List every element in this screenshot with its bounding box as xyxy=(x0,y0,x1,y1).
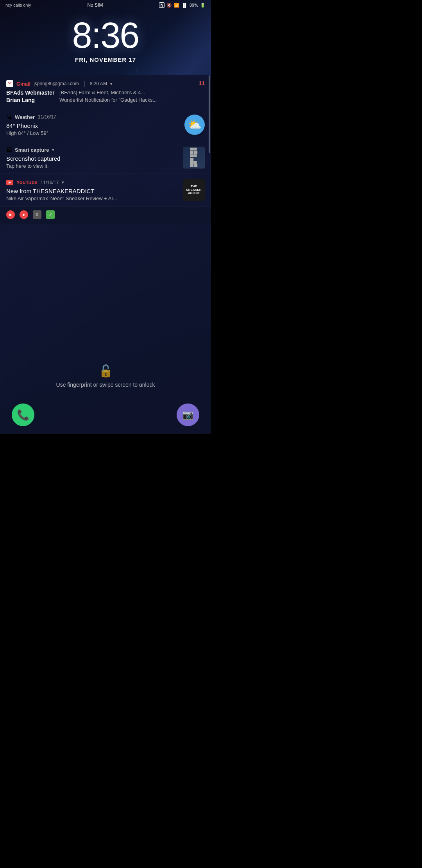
youtube-small-icon-1: ▶ xyxy=(6,210,15,219)
gmail-sender2: Brian Lang xyxy=(6,97,57,103)
weather-notification[interactable]: 🌤 Weather 11/16/17 84° Phoenix High 84° … xyxy=(0,108,211,141)
gmail-icon xyxy=(6,80,13,87)
screenshot-thumbnail: ██████ ██████████████ ██ xyxy=(183,147,205,169)
youtube-body: Nike Air Vapormax 'Neon" Sneaker Review … xyxy=(6,195,180,201)
gmail-sender1: BFAds Webmaster xyxy=(6,90,57,96)
status-bar: ncy calls only No SIM N 🔇 📶 ▐▌ 89% 🔋 xyxy=(0,0,211,9)
youtube-thumbnail: THESNEAKERADDICT xyxy=(183,179,205,201)
weather-cloud-icon: 🌤 xyxy=(6,114,12,120)
bottom-dock: 📞 📷 xyxy=(0,400,211,434)
weather-date: 11/16/17 xyxy=(38,114,56,120)
smart-capture-notification[interactable]: 🖼 Smart capture ▾ Screenshot captured Ta… xyxy=(0,141,211,174)
status-center-text: No SIM xyxy=(87,2,103,8)
mute-icon: 🔇 xyxy=(166,3,172,8)
unknown-icon: ⊞ xyxy=(33,210,41,219)
youtube-date: 11/16/17 xyxy=(41,180,59,185)
gmail-subject2: Wunderlist Notification for "Gadget Hack… xyxy=(59,97,157,103)
battery-icon: 🔋 xyxy=(200,3,206,8)
weather-app-name: Weather xyxy=(15,114,35,120)
wunderlist-icon: ✓ xyxy=(46,210,55,219)
weather-temp: 84° Phoenix xyxy=(6,122,180,129)
youtube-app-name: YouTube xyxy=(16,179,38,185)
lock-text: Use fingerprint or swipe screen to unloc… xyxy=(56,382,155,388)
status-left-text: ncy calls only xyxy=(5,3,31,7)
battery-percentage: 89% xyxy=(190,3,198,7)
screenshot-body: Tap here to view it. xyxy=(6,163,180,169)
screenshot-icon: 🖼 xyxy=(6,147,12,153)
gmail-notification[interactable]: Gmail jspring86@gmail.com | 8:20 AM ▾ BF… xyxy=(0,75,211,108)
weather-icon-circle: ⛅ xyxy=(184,115,205,135)
camera-icon: 📷 xyxy=(182,409,194,420)
status-right-icons: N 🔇 📶 ▐▌ 89% 🔋 xyxy=(159,2,206,8)
clock-time: 8:36 xyxy=(72,17,139,53)
gmail-time: 8:20 AM xyxy=(90,81,107,86)
lock-icon: 🔓 xyxy=(98,364,113,378)
gmail-subject1: [BFAds] Farm & Fleet, Michael's & 4... xyxy=(59,90,145,96)
smart-capture-app-name: Smart capture xyxy=(15,147,49,153)
gmail-badge: 11 xyxy=(198,80,205,86)
youtube-icon: ▶ xyxy=(6,180,13,185)
clock-area: 8:36 FRI, NOVEMBER 17 xyxy=(0,9,211,75)
wifi-icon: 📶 xyxy=(174,3,179,8)
camera-button[interactable]: 📷 xyxy=(177,404,199,426)
screenshot-title: Screenshot captured xyxy=(6,155,180,162)
signal-icon: ▐▌ xyxy=(181,3,188,7)
phone-icon: 📞 xyxy=(17,409,29,421)
gmail-app-name: Gmail xyxy=(16,81,30,87)
clock-date: FRI, NOVEMBER 17 xyxy=(75,56,136,63)
youtube-small-icon-2: ▶ xyxy=(20,210,28,219)
weather-range: High 84° / Low 59° xyxy=(6,130,180,136)
youtube-notification[interactable]: ▶ YouTube 11/16/17 ▾ New from THESNEAKER… xyxy=(0,174,211,206)
smart-capture-expand-icon[interactable]: ▾ xyxy=(52,147,54,152)
youtube-expand-icon[interactable]: ▾ xyxy=(62,180,64,185)
notifications-panel: Gmail jspring86@gmail.com | 8:20 AM ▾ BF… xyxy=(0,75,211,434)
notification-icons-row: ▶ ▶ ⊞ ✓ xyxy=(0,206,211,224)
nfc-icon: N xyxy=(159,2,165,8)
lock-area: 🔓 Use fingerprint or swipe screen to unl… xyxy=(0,224,211,400)
gmail-account: jspring86@gmail.com xyxy=(34,81,79,86)
phone-button[interactable]: 📞 xyxy=(12,404,34,426)
gmail-expand-icon[interactable]: ▾ xyxy=(110,81,113,86)
youtube-title: New from THESNEAKERADDICT xyxy=(6,188,180,194)
